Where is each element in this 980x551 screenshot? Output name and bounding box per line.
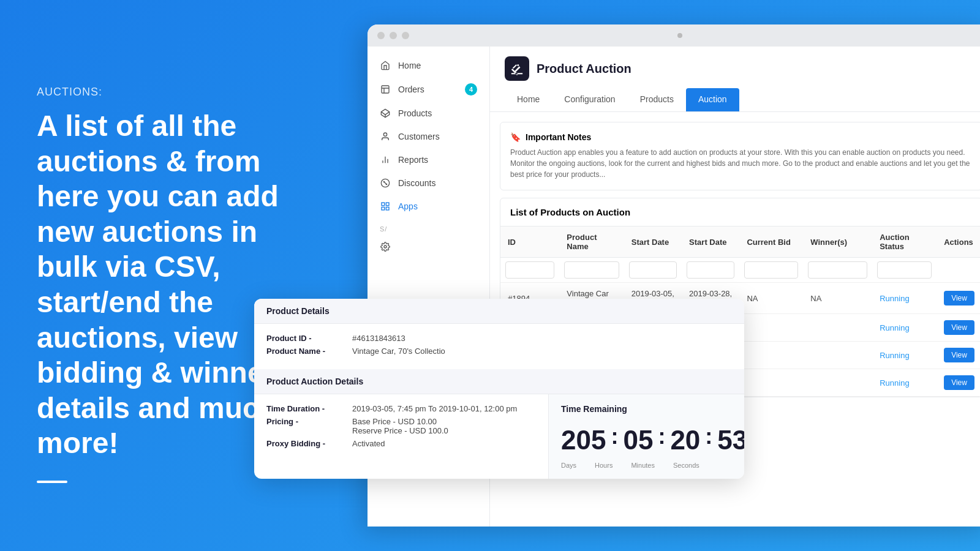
countdown-minutes: 20: [670, 427, 700, 454]
tab-configuration[interactable]: Configuration: [552, 88, 627, 111]
row-2-view-btn[interactable]: View: [944, 320, 974, 335]
days-label: Days: [561, 462, 576, 469]
table-filter-row: [500, 258, 980, 283]
countdown-minutes-block: 20: [670, 427, 700, 454]
auctions-label: AUCTIONS:: [37, 86, 318, 99]
page-title: Product Auction: [537, 62, 631, 76]
product-name-label: Product Name -: [266, 347, 352, 356]
filter-product-name[interactable]: [564, 261, 619, 279]
auction-details-grid: Time Duration - 2019-03-05, 7:45 pm To 2…: [254, 394, 744, 479]
sidebar-item-home-label: Home: [398, 61, 421, 70]
hours-label: Hours: [595, 462, 612, 469]
countdown-sep-2: :: [658, 424, 665, 449]
sidebar-item-extra[interactable]: [368, 235, 489, 258]
auction-left: Time Duration - 2019-03-05, 7:45 pm To 2…: [254, 394, 548, 479]
important-notes-title: 🔖 Important Notes: [510, 132, 972, 142]
row-1-winners: NA: [803, 283, 872, 314]
row-1-status: Running: [872, 283, 937, 314]
bookmark-icon: 🔖: [510, 132, 521, 142]
sidebar-item-customers-label: Customers: [398, 132, 440, 141]
orders-badge: 4: [465, 83, 477, 96]
filter-bid[interactable]: [744, 261, 798, 279]
home-icon: [380, 60, 391, 71]
sidebar-item-orders[interactable]: Orders 4: [368, 77, 489, 102]
sidebar-section: S/: [368, 218, 489, 235]
tab-home[interactable]: Home: [505, 88, 552, 111]
sidebar-item-discounts-label: Discounts: [398, 178, 435, 188]
table-title: List of Products on Auction: [500, 198, 980, 227]
col-actions: Actions: [937, 227, 980, 258]
col-product-name: Product Name: [559, 227, 624, 258]
col-current-bid: Current Bid: [739, 227, 803, 258]
sidebar-item-apps[interactable]: Apps: [368, 195, 489, 218]
sidebar-item-discounts[interactable]: Discounts: [368, 171, 489, 195]
col-id: ID: [500, 227, 559, 258]
important-notes-section: 🔖 Important Notes Product Auction app en…: [500, 122, 980, 190]
col-auction-status: Auction Status: [872, 227, 937, 258]
countdown-sep-3: :: [705, 424, 712, 449]
customers-icon: [380, 131, 391, 142]
product-id-value: #46131843613: [352, 334, 405, 343]
sidebar-item-customers[interactable]: Customers: [368, 125, 489, 148]
svg-rect-15: [382, 207, 385, 210]
product-id-label: Product ID -: [266, 334, 352, 343]
filter-id[interactable]: [505, 261, 554, 279]
orders-icon: [380, 84, 391, 95]
nav-tabs: Home Configuration Products Auction: [505, 88, 978, 111]
svg-point-5: [383, 133, 386, 136]
filter-winners[interactable]: [808, 261, 867, 279]
row-3-view-btn[interactable]: View: [944, 348, 974, 362]
filter-status[interactable]: [877, 261, 932, 279]
time-duration-value: 2019-03-05, 7:45 pm To 2019-10-01, 12:00…: [352, 404, 517, 413]
countdown-seconds-block: 53: [717, 427, 744, 454]
svg-rect-16: [386, 207, 389, 210]
product-details-card: Product Details Product ID - #4613184361…: [254, 299, 744, 479]
svg-rect-0: [382, 86, 389, 93]
browser-dot-1: [377, 32, 385, 39]
tab-auction[interactable]: Auction: [686, 88, 739, 111]
filter-start-date[interactable]: [629, 261, 677, 279]
proxy-bidding-label: Proxy Bidding -: [266, 439, 352, 448]
svg-point-17: [384, 246, 386, 248]
pricing-value: Base Price - USD 10.00 Reserve Price - U…: [352, 417, 448, 435]
browser-camera: [677, 33, 682, 38]
countdown-hours: 05: [623, 427, 653, 454]
countdown-display: 205 : 05 : 20 : 53: [561, 424, 732, 457]
row-1-bid: NA: [739, 283, 803, 314]
reports-icon: [380, 154, 391, 165]
product-name-value: Vintage Car, 70's Collectio: [352, 347, 445, 356]
countdown-seconds: 53: [717, 427, 744, 454]
product-section-header: Product Details: [254, 299, 744, 324]
time-remaining-title: Time Remaining: [561, 404, 732, 414]
sidebar-item-reports-label: Reports: [398, 155, 428, 165]
minutes-label: Minutes: [631, 462, 655, 469]
time-duration-label: Time Duration -: [266, 404, 352, 413]
product-name-row: Product Name - Vintage Car, 70's Collect…: [266, 347, 732, 356]
sidebar-item-orders-label: Orders: [398, 84, 424, 94]
time-duration-row: Time Duration - 2019-03-05, 7:45 pm To 2…: [266, 404, 536, 413]
countdown-days-block: 205: [561, 427, 606, 454]
sidebar-item-reports[interactable]: Reports: [368, 148, 489, 171]
browser-top-bar: [368, 24, 980, 47]
sidebar-item-products-label: Products: [398, 108, 432, 118]
filter-end-date[interactable]: [687, 261, 734, 279]
sidebar-item-home[interactable]: Home: [368, 54, 489, 77]
settings-icon: [380, 241, 391, 252]
countdown-hours-block: 05: [623, 427, 653, 454]
countdown-sep-1: :: [611, 424, 618, 449]
row-4-view-btn[interactable]: View: [944, 375, 974, 390]
auction-section-header: Product Auction Details: [254, 369, 744, 394]
sidebar-item-products[interactable]: Products: [368, 102, 489, 125]
row-1-view-btn[interactable]: View: [944, 291, 974, 305]
divider: [37, 481, 67, 483]
seconds-label: Seconds: [673, 462, 699, 469]
proxy-bidding-row: Proxy Bidding - Activated: [266, 439, 536, 448]
main-header-top: Product Auction: [505, 56, 978, 81]
tab-products[interactable]: Products: [628, 88, 686, 111]
row-3-status: Running: [872, 342, 937, 369]
product-basic-info: Product ID - #46131843613 Product Name -…: [254, 324, 744, 369]
svg-point-11: [383, 181, 384, 182]
table-header-row: ID Product Name Start Date Start Date Cu…: [500, 227, 980, 258]
svg-point-12: [386, 184, 386, 184]
col-winners: Winner(s): [803, 227, 872, 258]
